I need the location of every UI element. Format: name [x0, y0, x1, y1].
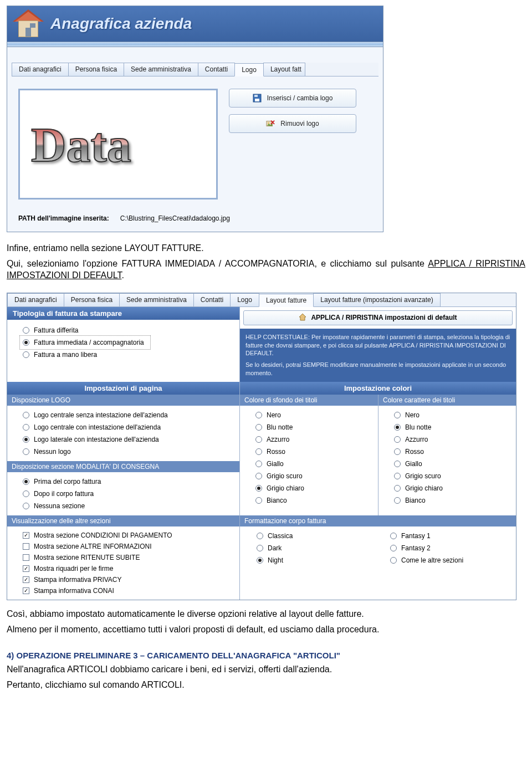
radio-night[interactable]: Night — [254, 554, 378, 566]
radio-car-blu-notte[interactable]: Blu notte — [392, 421, 511, 433]
path-value: C:\Blustring_FilesCreati\dadalogo.jpg — [117, 213, 233, 224]
impostazione-colori-head: Impostazione colori — [240, 382, 516, 395]
window-anagrafica-azienda: Anagrafica azienda Dati anagrafici Perso… — [7, 6, 383, 232]
radio-come-altre-sezioni[interactable]: Come le altre sezioni — [388, 554, 511, 566]
radio-fattura-differita[interactable]: Fattura differita — [21, 324, 234, 336]
check-altre-informazioni[interactable]: Mostra sezione ALTRE INFORMAZIONI — [21, 541, 235, 552]
radio-sfondo-azzurro[interactable]: Azzurro — [253, 433, 374, 446]
doc-p-intro-1: Infine, entriamo nella sezione LAYOUT FA… — [7, 242, 525, 254]
path-label: PATH dell'immagine inserita: — [18, 214, 109, 222]
svg-rect-2 — [255, 99, 259, 101]
floppy-disk-icon — [253, 94, 262, 103]
logo-preview: Data — [18, 89, 218, 200]
tabs: Dati anagrafici Persona fisica Sede ammi… — [7, 293, 516, 307]
impostazioni-pagina-head: Impostazioni di pagina — [7, 382, 239, 395]
house-icon — [13, 8, 44, 39]
tab-contatti[interactable]: Contatti — [198, 63, 235, 76]
doc-heading-op3: 4) OPERAZIONE PRELIMINARE 3 – CARICAMENT… — [7, 651, 525, 660]
radio-fantasy2[interactable]: Fantasy 2 — [388, 542, 511, 554]
radio-car-rosso[interactable]: Rosso — [392, 446, 511, 458]
titlebar: Anagrafica azienda — [7, 6, 383, 42]
tab-contatti[interactable]: Contatti — [193, 293, 231, 306]
remove-logo-label: Rimuovi logo — [280, 120, 319, 127]
tab-layout-fatture-avanzate[interactable]: Layout fatture (impostazioni avanzate) — [313, 293, 440, 306]
radio-prima-corpo[interactable]: Prima del corpo fattura — [21, 476, 235, 488]
check-privacy[interactable]: Stampa informativa PRIVACY — [21, 574, 235, 585]
radio-fattura-mano-libera[interactable]: Fattura a mano libera — [21, 349, 234, 361]
doc-p-after-1: Così, abbiamo impostato automaticamente … — [7, 608, 525, 620]
titlebar-text: Anagrafica azienda — [50, 15, 192, 33]
radio-car-nero[interactable]: Nero — [392, 409, 511, 421]
tab-layout-fatture[interactable]: Layout fatture — [259, 294, 314, 307]
tab-sede-amministrativa[interactable]: Sede amministrativa — [124, 63, 198, 76]
radio-car-azzurro[interactable]: Azzurro — [392, 433, 511, 446]
tab-persona-fisica[interactable]: Persona fisica — [68, 63, 124, 76]
tab-persona-fisica[interactable]: Persona fisica — [64, 293, 120, 306]
disposizione-logo-head: Disposizione LOGO — [7, 395, 239, 406]
help-contestuale: HELP CONTESTUALE: Per impostare rapidame… — [240, 329, 516, 382]
radio-fantasy1[interactable]: Fantasy 1 — [388, 530, 511, 542]
doc-p-after-2: Almeno per il momento, accettiamo tutti … — [7, 623, 525, 636]
radio-classica[interactable]: Classica — [254, 530, 378, 542]
svg-rect-3 — [258, 95, 259, 97]
modalita-consegna-head: Disposizione sezione MODALITA' DI CONSEG… — [7, 461, 239, 472]
check-conai[interactable]: Stampa informativa CONAI — [21, 585, 235, 596]
radio-sfondo-grigio-chiaro[interactable]: Grigio chiaro — [253, 482, 374, 494]
apply-reset-defaults-label: APPLICA / RIPRISTINA impostazioni di def… — [311, 314, 457, 321]
radio-nessuna-sezione[interactable]: Nessuna sezione — [21, 500, 235, 512]
colore-carattere-head: Colore carattere dei titoli — [378, 395, 516, 406]
radio-sfondo-bianco[interactable]: Bianco — [253, 494, 374, 507]
radio-sfondo-blu-notte[interactable]: Blu notte — [253, 421, 374, 433]
remove-image-icon — [266, 119, 275, 128]
radio-logo-laterale-con[interactable]: Logo laterale con intestazione dell'azie… — [21, 433, 235, 446]
radio-sfondo-grigio-scuro[interactable]: Grigio scuro — [253, 470, 374, 482]
altre-sezioni-head: Visualizzazione delle altre sezioni — [7, 515, 239, 526]
radio-nessun-logo[interactable]: Nessun logo — [21, 446, 235, 458]
check-condizioni-pagamento[interactable]: Mostra sezione CONDIZIONI DI PAGAMENTO — [21, 530, 235, 541]
home-reset-icon — [299, 313, 306, 323]
panel-tipologia-head: Tipologia di fattura da stampare — [7, 307, 239, 320]
radio-dopo-corpo[interactable]: Dopo il corpo fattura — [21, 488, 235, 500]
radio-car-grigio-chiaro[interactable]: Grigio chiaro — [392, 482, 511, 494]
apply-reset-defaults-button[interactable]: APPLICA / RIPRISTINA impostazioni di def… — [243, 310, 513, 325]
radio-car-grigio-scuro[interactable]: Grigio scuro — [392, 470, 511, 482]
insert-change-logo-button[interactable]: Inserisci / cambia logo — [229, 89, 356, 108]
tab-logo[interactable]: Logo — [234, 63, 264, 76]
radio-logo-centrale-con[interactable]: Logo centrale con intestazione dell'azie… — [21, 421, 235, 433]
radio-sfondo-giallo[interactable]: Giallo — [253, 458, 374, 470]
radio-logo-centrale-senza[interactable]: Logo centrale senza intestazione dell'az… — [21, 409, 235, 421]
tab-dati-anagrafici[interactable]: Dati anagrafici — [7, 293, 64, 306]
radio-car-giallo[interactable]: Giallo — [392, 458, 511, 470]
radio-dark[interactable]: Dark — [254, 542, 378, 554]
logo-image-word: Data — [31, 117, 131, 173]
check-ritenute-subite[interactable]: Mostra sezione RITENUTE SUBITE — [21, 552, 235, 563]
radio-sfondo-rosso[interactable]: Rosso — [253, 446, 374, 458]
formattazione-corpo-head: Formattazione corpo fattura — [240, 515, 516, 526]
tab-dati-anagrafici[interactable]: Dati anagrafici — [12, 63, 69, 76]
colore-sfondo-head: Colore di sfondo dei titoli — [240, 395, 378, 406]
remove-logo-button[interactable]: Rimuovi logo — [229, 114, 356, 133]
tabs: Dati anagrafici Persona fisica Sede ammi… — [12, 63, 378, 76]
tab-layout-fatture-truncated[interactable]: Layout fatt — [263, 63, 305, 76]
window-layout-fatture: Dati anagrafici Persona fisica Sede ammi… — [7, 293, 516, 600]
tab-logo[interactable]: Logo — [230, 293, 259, 306]
titlebar-sep — [7, 42, 383, 47]
doc-p-op3-2: Pertanto, clicchiamo sul comando ARTICOL… — [7, 679, 525, 691]
radio-car-bianco[interactable]: Bianco — [392, 494, 511, 507]
doc-p-op3-1: Nell'anagrafica ARTICOLI dobbiamo carica… — [7, 663, 525, 676]
doc-p-intro-2: Qui, selezioniamo l'opzione FATTURA IMME… — [7, 258, 525, 282]
radio-sfondo-nero[interactable]: Nero — [253, 409, 374, 421]
panel-tipologia-body: Fattura differita Fattura immediata / ac… — [7, 320, 239, 366]
radio-fattura-immediata[interactable]: Fattura immediata / accompagnatoria — [21, 336, 150, 349]
tab-sede-amministrativa[interactable]: Sede amministrativa — [119, 293, 194, 306]
check-riquadri-firme[interactable]: Mostra riquadri per le firme — [21, 563, 235, 574]
insert-change-logo-label: Inserisci / cambia logo — [267, 94, 333, 102]
